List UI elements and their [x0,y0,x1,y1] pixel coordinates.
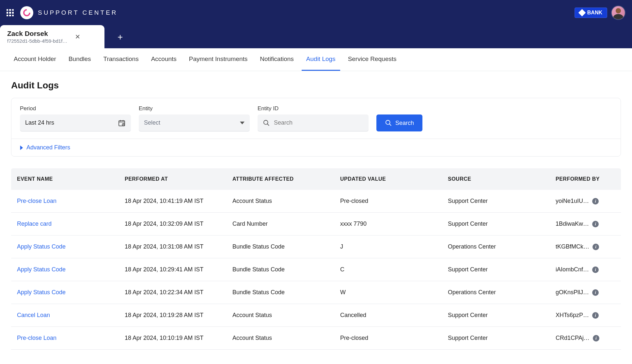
nav-tab-audit-logs[interactable]: Audit Logs [302,48,340,71]
top-bar: SUPPORT CENTER BANK [0,0,632,25]
nav-tab-account-holder[interactable]: Account Holder [9,48,61,71]
event-name-link[interactable]: Replace card [17,220,125,227]
document-tab[interactable]: Zack Dorsek f72552d1-5dbb-4f59-bd1f… × [0,25,104,48]
performed-at: 18 Apr 2024, 10:19:28 AM IST [125,312,232,319]
table-row: Apply Status Code18 Apr 2024, 10:29:41 A… [11,258,621,281]
source: Operations Center [448,243,556,250]
performed-by: iAIombCnf…i [556,266,615,273]
event-name-link[interactable]: Pre-close Loan [17,198,125,205]
updated-value: xxxx 7790 [340,220,448,227]
filter-card: Period Last 24 hrs Entity Select Entity … [11,98,621,157]
event-name-link[interactable]: Pre-close Loan [17,335,125,341]
top-bar-left: SUPPORT CENTER [7,6,118,19]
search-icon [263,119,270,127]
attribute-affected: Account Status [232,198,340,205]
source: Support Center [448,198,556,205]
avatar[interactable] [611,6,625,20]
column-header: PERFORMED BY [556,176,615,182]
table-row: Cancel Loan18 Apr 2024, 10:19:28 AM ISTA… [11,304,621,327]
nav-tab-bundles[interactable]: Bundles [64,48,96,71]
entityid-input[interactable] [274,119,363,126]
period-input[interactable]: Last 24 hrs [20,114,131,131]
updated-value: Pre-closed [340,335,448,341]
info-icon[interactable]: i [592,198,599,205]
column-header: PERFORMED AT [125,176,232,182]
content: Audit Logs Period Last 24 hrs Entity Sel… [0,71,632,359]
search-icon [385,119,392,127]
search-button[interactable]: Search [376,114,422,131]
attribute-affected: Bundle Status Code [232,289,340,296]
diamond-icon [578,9,586,17]
chevron-right-icon [20,145,23,150]
table-row: Replace card18 Apr 2024, 10:32:09 AM IST… [11,213,621,235]
logo-icon [20,6,33,19]
source: Support Center [448,220,556,227]
close-icon[interactable]: × [75,32,80,42]
doc-tab-title: Zack Dorsek [7,30,67,38]
nav-tab-accounts[interactable]: Accounts [147,48,181,71]
top-bar-right: BANK [575,6,625,20]
page-title: Audit Logs [11,80,621,91]
source: Operations Center [448,289,556,296]
period-label: Period [20,105,131,112]
table-row: Pre-close Loan18 Apr 2024, 10:10:19 AM I… [11,327,621,350]
event-name-link[interactable]: Apply Status Code [17,243,125,250]
column-header: EVENT NAME [17,176,125,182]
source: Support Center [448,266,556,273]
attribute-affected: Bundle Status Code [232,243,340,250]
table-row: Apply Status Code18 Apr 2024, 10:31:08 A… [11,235,621,258]
add-tab-button[interactable]: + [118,32,123,42]
performed-by-text: iAIombCnf… [556,266,589,273]
info-icon[interactable]: i [592,244,599,250]
entityid-field: Entity ID [258,105,369,131]
info-icon[interactable]: i [592,312,599,319]
nav-tab-transactions[interactable]: Transactions [99,48,143,71]
advanced-filters-row: Advanced Filters [11,139,621,156]
attribute-affected: Bundle Status Code [232,266,340,273]
column-header: ATTRIBUTE AFFECTED [232,176,340,182]
entityid-input-wrap[interactable] [258,114,369,131]
advanced-filters-toggle[interactable]: Advanced Filters [20,144,612,151]
nav-tab-payment-instruments[interactable]: Payment Instruments [184,48,252,71]
performed-by-text: gOKnsPllJ… [556,289,589,296]
event-name-link[interactable]: Cancel Loan [17,312,125,319]
nav-tab-notifications[interactable]: Notifications [255,48,298,71]
performed-by-text: 1BdiwaKw… [556,220,589,227]
performed-by-text: yoiNe1uIU… [556,198,589,205]
info-icon[interactable]: i [592,221,599,227]
event-name-link[interactable]: Apply Status Code [17,266,125,273]
info-icon[interactable]: i [593,335,599,341]
performed-by: tKGBfMCk…i [556,243,615,250]
column-header: UPDATED VALUE [340,176,448,182]
performed-at: 18 Apr 2024, 10:10:19 AM IST [125,335,232,341]
updated-value: J [340,243,448,250]
audit-table: EVENT NAMEPERFORMED ATATTRIBUTE AFFECTED… [11,168,621,350]
bank-badge[interactable]: BANK [575,8,607,18]
search-button-label: Search [395,120,414,127]
entity-select[interactable]: Select [139,114,250,131]
performed-by: 1BdiwaKw…i [556,220,615,227]
updated-value: Cancelled [340,312,448,319]
info-icon[interactable]: i [592,266,599,273]
source: Support Center [448,335,556,341]
performed-at: 18 Apr 2024, 10:29:41 AM IST [125,266,232,273]
table-header: EVENT NAMEPERFORMED ATATTRIBUTE AFFECTED… [11,168,621,190]
event-name-link[interactable]: Apply Status Code [17,289,125,296]
entityid-label: Entity ID [258,105,369,112]
entity-label: Entity [139,105,250,112]
svg-point-2 [264,120,268,124]
svg-point-3 [386,120,390,125]
info-icon[interactable]: i [592,289,599,296]
doc-tab-subtitle: f72552d1-5dbb-4f59-bd1f… [7,38,67,44]
logo[interactable]: SUPPORT CENTER [20,6,118,19]
apps-grid-icon[interactable] [7,9,14,16]
nav-tab-service-requests[interactable]: Service Requests [343,48,401,71]
source: Support Center [448,312,556,319]
entity-placeholder: Select [144,119,236,126]
updated-value: Pre-closed [340,198,448,205]
performed-at: 18 Apr 2024, 10:41:19 AM IST [125,198,232,205]
nav-tabs: Account HolderBundlesTransactionsAccount… [0,48,632,71]
updated-value: W [340,289,448,296]
performed-by: CRd1CPAj…i [556,335,615,341]
performed-at: 18 Apr 2024, 10:32:09 AM IST [125,220,232,227]
